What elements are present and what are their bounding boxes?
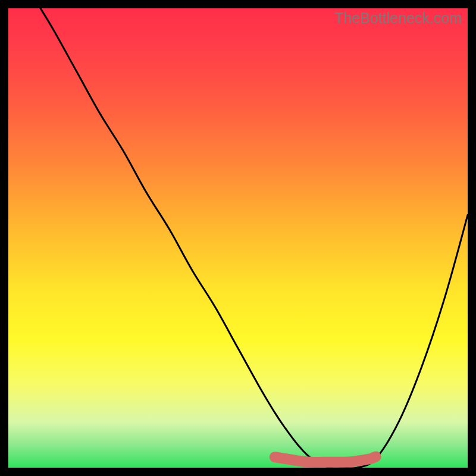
optimal-range-highlight	[275, 457, 376, 462]
chart-svg	[8, 8, 468, 468]
chart-container: TheBottleneck.com	[0, 0, 476, 476]
watermark-text: TheBottleneck.com	[334, 10, 462, 27]
plot-area: TheBottleneck.com	[8, 8, 468, 468]
bottleneck-curve-path	[40, 8, 468, 468]
